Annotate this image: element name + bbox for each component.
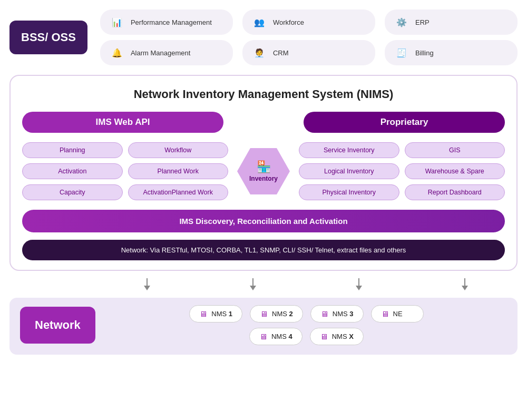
nms-4-icon: 🖥 bbox=[259, 332, 267, 341]
ne-icon: 🖥 bbox=[381, 309, 389, 318]
activation-chip: Activation bbox=[22, 163, 123, 179]
arrow-2 bbox=[250, 278, 256, 290]
nms-3-label: NMS 3 bbox=[333, 310, 354, 318]
nms-2-label: NMS 2 bbox=[272, 310, 293, 318]
nms-row-1: 🖥 NMS 1 🖥 NMS 2 🖥 NMS 3 🖥 NE bbox=[106, 305, 507, 323]
nms-1-icon: 🖥 bbox=[199, 309, 207, 318]
bss-item-billing: 🧾 Billing bbox=[385, 40, 518, 65]
warehouse-spare-chip: Warehouse & Spare bbox=[405, 163, 505, 179]
nims-section: Network Inventory Management System (NIM… bbox=[9, 75, 518, 271]
discovery-bar: IMS Discovery, Reconciliation and Activa… bbox=[22, 210, 505, 232]
right-chips-row-2: Logical Inventory Warehouse & Spare bbox=[299, 163, 505, 179]
bss-section: BSS/ OSS 📊 Performance Management 👥 Work… bbox=[9, 9, 518, 65]
inventory-hexagon: 🏪 Inventory bbox=[237, 148, 290, 194]
crm-icon: 🧑‍💼 bbox=[251, 44, 268, 61]
network-label: Network bbox=[20, 307, 95, 344]
workforce-icon: 👥 bbox=[251, 14, 268, 31]
performance-label: Performance Management bbox=[131, 18, 212, 26]
physical-inventory-chip: Physical Inventory bbox=[299, 184, 399, 200]
inventory-label: Inventory bbox=[249, 175, 278, 182]
bss-item-erp: ⚙️ ERP bbox=[385, 9, 518, 35]
activation-planned-chip: ActivationPlanned Work bbox=[128, 184, 229, 200]
ne-label: NE bbox=[393, 310, 403, 318]
arrows-row bbox=[9, 278, 518, 290]
nms-3-pill: 🖥 NMS 3 bbox=[310, 305, 364, 323]
chips-row-2: Activation Planned Work bbox=[22, 163, 228, 179]
workflow-chip: Workflow bbox=[128, 142, 229, 158]
nms-1-pill: 🖥 NMS 1 bbox=[189, 305, 242, 323]
nms-x-pill: 🖥 NMS X bbox=[310, 328, 364, 345]
erp-icon: ⚙️ bbox=[393, 14, 410, 31]
bss-item-crm: 🧑‍💼 CRM bbox=[242, 40, 375, 65]
main-container: BSS/ OSS 📊 Performance Management 👥 Work… bbox=[0, 0, 527, 364]
right-chips: Service Inventory GIS Logical Inventory … bbox=[299, 142, 505, 200]
nms-x-icon: 🖥 bbox=[320, 332, 328, 341]
erp-label: ERP bbox=[415, 18, 430, 26]
capacity-chip: Capacity bbox=[22, 184, 123, 200]
ims-web-api-header: IMS Web API bbox=[22, 112, 223, 133]
billing-icon: 🧾 bbox=[393, 44, 410, 61]
chips-row-1: Planning Workflow bbox=[22, 142, 228, 158]
gis-chip: GIS bbox=[405, 142, 505, 158]
nims-title: Network Inventory Management System (NIM… bbox=[22, 87, 505, 101]
nms-row-2: 🖥 NMS 4 🖥 NMS X bbox=[106, 328, 507, 345]
arrow-4 bbox=[462, 278, 468, 290]
warehouse-icon: 🏪 bbox=[257, 160, 271, 174]
nms-4-pill: 🖥 NMS 4 bbox=[249, 328, 302, 345]
nms-x-label: NMS X bbox=[332, 333, 354, 340]
nms-1-label: NMS 1 bbox=[211, 310, 232, 318]
bss-items: 📊 Performance Management 👥 Workforce ⚙️ … bbox=[100, 9, 518, 65]
logical-inventory-chip: Logical Inventory bbox=[299, 163, 399, 179]
performance-icon: 📊 bbox=[109, 14, 125, 31]
alarm-label: Alarm Management bbox=[131, 49, 190, 57]
bss-item-alarm: 🔔 Alarm Management bbox=[100, 40, 233, 65]
planned-work-chip: Planned Work bbox=[128, 163, 229, 179]
nms-4-label: NMS 4 bbox=[271, 333, 292, 340]
alarm-icon: 🔔 bbox=[109, 44, 125, 61]
billing-label: Billing bbox=[415, 49, 434, 57]
left-chips: Planning Workflow Activation Planned Wor… bbox=[22, 142, 228, 200]
inventory-hex-container: 🏪 Inventory bbox=[235, 148, 292, 194]
bss-item-workforce: 👥 Workforce bbox=[242, 9, 375, 35]
network-section: Network 🖥 NMS 1 🖥 NMS 2 🖥 NMS 3 🖥 NE bbox=[9, 298, 518, 355]
planning-chip: Planning bbox=[22, 142, 123, 158]
chips-row-3: Capacity ActivationPlanned Work bbox=[22, 184, 228, 200]
report-dashboard-chip: Report Dashboard bbox=[405, 184, 505, 200]
nms-3-icon: 🖥 bbox=[320, 309, 328, 318]
nms-2-pill: 🖥 NMS 2 bbox=[250, 305, 303, 323]
service-inventory-chip: Service Inventory bbox=[299, 142, 399, 158]
right-chips-row-1: Service Inventory GIS bbox=[299, 142, 505, 158]
bss-item-performance: 📊 Performance Management bbox=[100, 9, 233, 35]
api-header-row: IMS Web API Proprietary bbox=[22, 112, 505, 133]
crm-label: CRM bbox=[273, 49, 289, 57]
right-chips-row-3: Physical Inventory Report Dashboard bbox=[299, 184, 505, 200]
proprietary-header: Proprietary bbox=[304, 112, 505, 133]
nms-2-icon: 🖥 bbox=[260, 309, 268, 318]
arrow-1 bbox=[144, 278, 150, 290]
arrow-3 bbox=[356, 278, 362, 290]
bss-oss-label: BSS/ OSS bbox=[9, 21, 87, 55]
workforce-label: Workforce bbox=[273, 18, 304, 26]
network-bar: Network: Via RESTful, MTOSI, CORBA, TL1,… bbox=[22, 240, 505, 260]
ne-pill: 🖥 NE bbox=[371, 305, 424, 323]
middle-section: Planning Workflow Activation Planned Wor… bbox=[22, 142, 505, 200]
nms-grid: 🖥 NMS 1 🖥 NMS 2 🖥 NMS 3 🖥 NE � bbox=[106, 305, 507, 345]
